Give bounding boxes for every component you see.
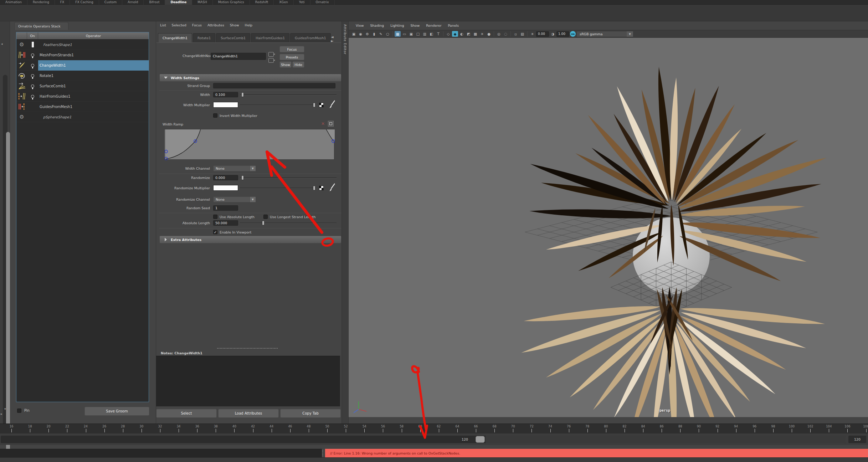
randomize-slider[interactable] (240, 175, 337, 180)
xray-icon[interactable]: ▧ (519, 31, 525, 37)
absolute-length-slider[interactable] (240, 221, 337, 225)
width-settings-header[interactable]: Width Settings (160, 74, 341, 81)
presets-button[interactable]: Presets (279, 54, 304, 60)
tab-scroll-arrows[interactable]: ◄ ► (331, 35, 341, 43)
extra-attributes-header[interactable]: Extra Attributes (160, 236, 341, 243)
ae-menu-show[interactable]: Show (230, 23, 239, 27)
width-ramp-editor[interactable] (164, 129, 334, 160)
absolute-length-field[interactable]: 50.000 (213, 220, 238, 226)
occlusion-icon[interactable]: ◎ (496, 31, 502, 37)
input-connection-icon[interactable] (268, 52, 274, 57)
width-channel-dropdown[interactable]: None ▼ (213, 165, 256, 171)
collapse-panel-icon[interactable]: ◂ (1, 42, 3, 46)
operator-row-meshfromstrands1[interactable]: MeshFromStrands1 (16, 50, 149, 60)
operator-row-guidesfrommesh1[interactable]: GuidesFromMesh1 (16, 102, 149, 112)
motion-blur-icon[interactable]: ◌ (503, 31, 509, 37)
operators-stack-tab[interactable]: Ornatrix Operators Stack (14, 22, 68, 30)
ramp-expand-icon[interactable] (328, 121, 334, 127)
menu-animation[interactable]: Animation (0, 0, 27, 5)
width-field[interactable]: 0.100 (213, 92, 238, 97)
focus-button[interactable]: Focus (279, 46, 304, 52)
menu-fx-caching[interactable]: FX Caching (70, 0, 99, 5)
select-button[interactable]: Select (156, 409, 217, 418)
error-message-bar[interactable]: // Error: Line 1.16: Wrong number of arg… (325, 449, 868, 457)
contrast-field[interactable]: 1.00 (556, 31, 569, 37)
menu-xgen[interactable]: XGen (274, 0, 293, 5)
exposure-icon[interactable]: ☀ (529, 31, 535, 37)
pan-zoom-icon[interactable]: ○ (385, 31, 391, 37)
randomize-field[interactable]: 0.000 (213, 175, 238, 180)
menu-fx[interactable]: FX (55, 0, 70, 5)
ae-tab-surfacecomb1[interactable]: SurfaceComb1 (216, 33, 250, 42)
randomize-multiplier-slider[interactable] (240, 186, 316, 190)
visibility-bulb-icon[interactable] (27, 64, 38, 67)
grid-icon[interactable]: ▦ (395, 31, 401, 37)
vp-menu-panels[interactable]: Panels (448, 24, 459, 27)
random-seed-field[interactable]: 1 (213, 205, 238, 211)
grease-pencil-icon[interactable]: ✎ (378, 31, 384, 37)
range-end-handle[interactable] (476, 436, 485, 443)
ae-menu-selected[interactable]: Selected (172, 23, 186, 27)
shadows-icon[interactable]: ● (486, 31, 492, 37)
splitter-handle[interactable] (217, 348, 278, 349)
safe-title-icon[interactable]: T (435, 31, 441, 37)
resolution-gate-icon[interactable]: ▣ (408, 31, 414, 37)
contrast-icon[interactable]: ◑ (550, 31, 556, 37)
menu-mash[interactable]: MASH (192, 0, 212, 5)
ramp-delete-icon[interactable]: ✕ (321, 121, 325, 126)
hide-button[interactable]: Hide (292, 61, 304, 68)
divider-grip[interactable] (322, 450, 324, 456)
time-slider[interactable]: 1416182022242628303234363840424446485052… (0, 423, 868, 433)
operator-row-feathersshape1[interactable]: ⚙FeathersShape1 (16, 40, 149, 50)
operator-row-surfacecomb1[interactable]: SurfaceComb1 (16, 81, 149, 91)
safe-action-icon[interactable]: ◧ (428, 31, 435, 37)
ae-menu-focus[interactable]: Focus (192, 23, 202, 27)
operator-row-rotate1[interactable]: Rotate1 (16, 71, 149, 81)
ae-menu-attributes[interactable]: Attributes (207, 23, 224, 27)
smooth-shade-icon[interactable]: ◆ (452, 31, 458, 37)
vp-menu-show[interactable]: Show (411, 24, 420, 27)
menu-custom[interactable]: Custom (99, 0, 122, 5)
operator-row-hairfromguides1[interactable]: HairFromGuides1 (16, 91, 149, 102)
scroll-down-icon[interactable]: ▾ (4, 407, 6, 411)
output-connection-icon[interactable] (268, 58, 274, 63)
operators-scrollbar[interactable] (3, 75, 7, 428)
menu-yeti[interactable]: Yeti (294, 0, 310, 5)
use-longest-strand-length-checkbox[interactable] (263, 215, 268, 219)
ae-menu-list[interactable]: List (160, 23, 166, 27)
lighting-icon[interactable]: ☀ (479, 31, 485, 37)
film-gate-icon[interactable]: ▭ (401, 31, 407, 37)
operator-row-changewidth1[interactable]: ChangeWidth1 (16, 60, 149, 71)
camera-icon[interactable]: ▣ (351, 31, 357, 37)
menu-rendering[interactable]: Rendering (27, 0, 55, 5)
copy-tab-button[interactable]: Copy Tab (280, 409, 341, 418)
save-groom-button[interactable]: Save Groom (84, 407, 149, 416)
texture-map-icon[interactable] (319, 186, 324, 190)
visibility-bulb-icon[interactable] (27, 95, 38, 98)
visibility-bulb-icon[interactable] (27, 84, 38, 88)
vp-menu-shading[interactable]: Shading (370, 24, 384, 27)
exposure-field[interactable]: 0.00 (536, 31, 549, 37)
pin-checkbox[interactable] (17, 409, 21, 413)
load-attributes-button[interactable]: Load Attributes (218, 409, 279, 418)
vp-menu-lighting[interactable]: Lighting (390, 24, 404, 27)
width-multiplier-swatch[interactable] (213, 102, 238, 108)
field-chart-icon[interactable]: ▥ (422, 31, 428, 37)
vp-menu-view[interactable]: View (356, 24, 364, 27)
isolate-select-icon[interactable]: ▫ (513, 31, 519, 37)
use-absolute-length-checkbox[interactable] (213, 215, 217, 219)
camera-settings-icon[interactable]: ⚙ (364, 31, 370, 37)
visibility-bulb-icon[interactable] (27, 53, 38, 57)
width-multiplier-slider[interactable] (240, 103, 316, 107)
paint-brush-icon[interactable] (329, 100, 335, 108)
node-name-field[interactable]: ChangeWidth1 (211, 53, 266, 60)
menu-redshift[interactable]: Redshift (250, 0, 274, 5)
show-button[interactable]: Show (279, 61, 292, 68)
visibility-bulb-icon[interactable] (27, 74, 38, 77)
gamma-on-toggle[interactable]: ON (570, 31, 576, 37)
paint-brush-icon[interactable] (329, 183, 335, 191)
invert-width-multiplier-checkbox[interactable] (213, 113, 217, 118)
vp-menu-renderer[interactable]: Renderer (426, 24, 441, 27)
menu-ornatrix[interactable]: Ornatrix (310, 0, 335, 5)
ae-tab-rotate1[interactable]: Rotate1 (193, 33, 215, 42)
